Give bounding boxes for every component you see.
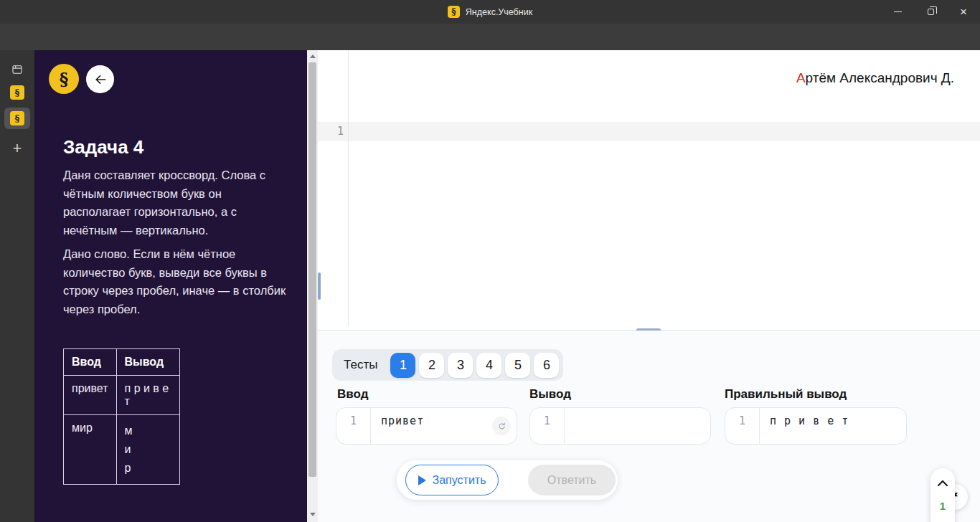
minimize-icon xyxy=(894,11,902,12)
restore-button[interactable] xyxy=(914,0,947,24)
editor-line-number: 1 xyxy=(318,125,344,138)
tab-actions-icon xyxy=(11,63,24,76)
tab-actions-button[interactable] xyxy=(0,60,34,80)
test-tab-1[interactable]: 1 xyxy=(390,353,415,378)
cell-input: мир xyxy=(64,415,117,485)
test-navigator: 1 2 3 4 5 6 xyxy=(930,468,955,522)
answer-button[interactable]: Ответить xyxy=(528,465,616,495)
table-row: привет п р и в е т xyxy=(64,376,180,415)
output-panel: 1 xyxy=(529,407,711,445)
arrow-left-icon xyxy=(93,72,108,87)
reset-input-button[interactable] xyxy=(492,417,511,435)
main-content: 1 Артём Александрович Д. Тесты 1 2 3 4 5… xyxy=(318,50,980,522)
yandex-uchebnik-favicon-icon: § xyxy=(448,6,460,18)
code-editor[interactable] xyxy=(349,50,980,326)
expected-value: п р и в е т xyxy=(760,408,906,444)
task-title: Задача 4 xyxy=(63,136,143,158)
task-description-paragraph: Дано слово. Если в нём чётное количество… xyxy=(63,245,291,318)
expected-panel: 1 п р и в е т xyxy=(725,407,907,445)
vertical-tab-strip: § § + xyxy=(0,50,34,522)
column-header-input: Ввод xyxy=(64,349,117,376)
nav-item-2[interactable]: 2 xyxy=(932,517,953,522)
test-tab-5[interactable]: 5 xyxy=(505,353,530,378)
titlebar: § Яндекс.Учебник × xyxy=(0,0,980,24)
expected-line-number: 1 xyxy=(725,408,760,444)
yandex-tab-icon: § xyxy=(10,85,24,100)
tests-label: Тесты xyxy=(344,358,377,372)
minimize-button[interactable] xyxy=(881,0,914,24)
cell-input: привет xyxy=(64,376,117,415)
actions-container: Запустить Ответить xyxy=(397,460,618,500)
browser-tab-1[interactable]: § xyxy=(0,83,34,102)
test-tab-3[interactable]: 3 xyxy=(448,353,473,378)
sidebar-scrollbar[interactable] xyxy=(307,50,318,522)
cell-output: п р и в е т xyxy=(116,376,179,415)
column-header-output: Вывод xyxy=(116,349,179,376)
task-panel: § Задача 4 Даня составляет кроссворд. Сл… xyxy=(34,50,307,522)
test-tab-2[interactable]: 2 xyxy=(419,353,444,378)
close-icon: × xyxy=(960,6,967,18)
input-line-number: 1 xyxy=(336,408,371,444)
input-panel-label: Ввод xyxy=(337,387,368,402)
tests-section: Тесты 1 2 3 4 5 6 Ввод 1 привет Вывод 1 xyxy=(318,331,980,522)
scroll-up-icon[interactable] xyxy=(310,54,316,58)
input-panel: 1 привет xyxy=(336,407,517,445)
test-tab-6[interactable]: 6 xyxy=(534,353,559,378)
run-button[interactable]: Запустить xyxy=(405,465,499,495)
restore-icon xyxy=(928,9,934,15)
tab-title: Яндекс.Учебник xyxy=(466,7,532,17)
close-button[interactable]: × xyxy=(947,0,980,24)
student-name: Артём Александрович Д. xyxy=(796,70,954,86)
browser-window: § Яндекс.Учебник × https://education.yan… xyxy=(0,0,980,522)
scroll-down-icon[interactable] xyxy=(310,513,316,516)
browser-tab[interactable]: § Яндекс.Учебник xyxy=(0,0,980,24)
reset-icon xyxy=(497,422,507,431)
expected-panel-label: Правильный вывод xyxy=(725,387,847,402)
browser-tab-2-active[interactable]: § xyxy=(0,108,34,129)
examples-table: Ввод Вывод привет п р и в е т мир м и р xyxy=(63,348,180,485)
output-value xyxy=(565,408,710,444)
yandex-tab-icon: § xyxy=(10,111,24,125)
table-header-row: Ввод Вывод xyxy=(64,349,180,376)
output-line-number: 1 xyxy=(530,408,565,444)
table-row: мир м и р xyxy=(64,415,180,485)
input-value[interactable]: привет xyxy=(371,408,492,444)
nav-up-button[interactable] xyxy=(937,473,948,494)
test-tab-4[interactable]: 4 xyxy=(476,353,501,378)
new-tab-button[interactable]: + xyxy=(0,139,34,158)
cell-output: м и р xyxy=(116,415,179,485)
play-icon xyxy=(418,475,426,485)
back-to-course-button[interactable] xyxy=(86,65,114,93)
uchebnik-logo-icon: § xyxy=(49,64,79,94)
chevron-up-icon xyxy=(937,480,948,487)
nav-item-1[interactable]: 1 xyxy=(932,494,953,517)
plus-icon: + xyxy=(13,141,22,156)
panel-resize-handle[interactable] xyxy=(318,272,321,300)
scrollbar-thumb[interactable] xyxy=(308,62,316,477)
browser-toolbar: https://education.yandex.ru/classroom/co… xyxy=(0,24,980,50)
task-description-paragraph: Даня составляет кроссворд. Слова с чётны… xyxy=(63,166,291,239)
tests-tab-bar: Тесты 1 2 3 4 5 6 xyxy=(332,349,563,381)
output-panel-label: Вывод xyxy=(529,387,571,402)
